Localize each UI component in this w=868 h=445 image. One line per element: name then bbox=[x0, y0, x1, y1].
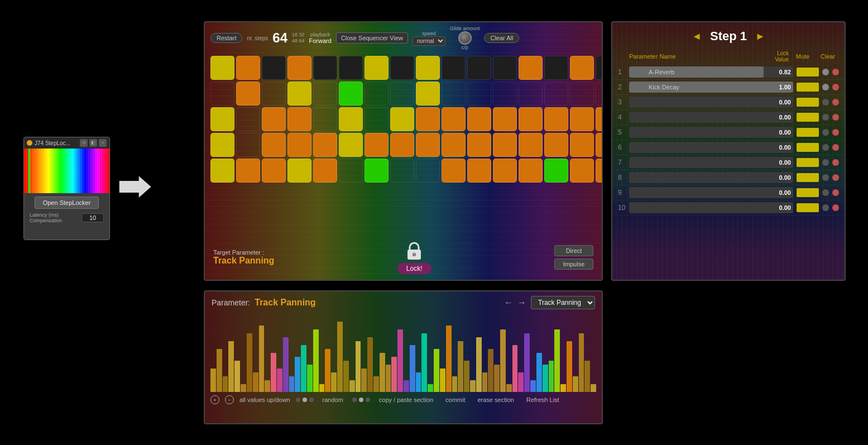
seq-cell[interactable] bbox=[236, 159, 260, 183]
seq-cell[interactable] bbox=[287, 56, 311, 80]
seq-cell[interactable] bbox=[416, 107, 440, 131]
seq-cell[interactable] bbox=[236, 133, 260, 157]
seq-cell[interactable] bbox=[416, 133, 440, 157]
seq-cell[interactable] bbox=[570, 159, 594, 183]
param-bar-55[interactable] bbox=[543, 365, 548, 392]
step-row-lock-btn[interactable] bbox=[797, 128, 819, 137]
seq-cell[interactable] bbox=[313, 133, 337, 157]
seq-cell[interactable] bbox=[519, 56, 543, 80]
step-row-clear-dot[interactable] bbox=[832, 69, 839, 75]
step-row-lock-btn[interactable] bbox=[797, 203, 819, 212]
seq-cell[interactable] bbox=[493, 159, 517, 183]
param-bar-17[interactable] bbox=[313, 329, 319, 392]
seq-cell[interactable] bbox=[339, 107, 363, 131]
param-bar-25[interactable] bbox=[361, 369, 367, 392]
step-row-clear-dot[interactable] bbox=[832, 174, 839, 181]
step-row-lock-btn[interactable] bbox=[797, 98, 819, 107]
param-bar-14[interactable] bbox=[295, 357, 300, 392]
param-bar-7[interactable] bbox=[253, 372, 258, 392]
seq-cell[interactable] bbox=[570, 107, 594, 131]
param-select[interactable]: Track Panning bbox=[531, 296, 595, 309]
plugin-icon-2[interactable]: ◧ bbox=[89, 139, 97, 147]
step-row-lock-btn[interactable] bbox=[797, 188, 819, 197]
seq-cell[interactable] bbox=[416, 159, 440, 183]
param-bar-42[interactable] bbox=[464, 361, 469, 392]
seq-cell[interactable] bbox=[210, 56, 234, 80]
param-bar-4[interactable] bbox=[234, 361, 240, 392]
param-bar-36[interactable] bbox=[428, 384, 433, 392]
seq-cell[interactable] bbox=[570, 133, 594, 157]
step-row-mute-dot[interactable] bbox=[822, 99, 829, 106]
seq-cell[interactable] bbox=[493, 82, 517, 106]
param-bar-0[interactable] bbox=[210, 369, 216, 392]
param-bar-3[interactable] bbox=[228, 341, 234, 392]
lock-button[interactable]: Lock! bbox=[397, 263, 431, 274]
seq-cell[interactable] bbox=[262, 133, 286, 157]
step-row-clear-dot[interactable] bbox=[832, 129, 839, 136]
step-row-mute-dot[interactable] bbox=[822, 174, 829, 181]
step-row-clear-dot[interactable] bbox=[832, 189, 839, 196]
seq-cell[interactable] bbox=[442, 107, 466, 131]
param-bar-28[interactable] bbox=[380, 353, 385, 392]
seq-cell[interactable] bbox=[519, 159, 543, 183]
seq-cell[interactable] bbox=[442, 159, 466, 183]
close-sequencer-button[interactable]: Close Sequencer View bbox=[336, 32, 408, 44]
param-bar-54[interactable] bbox=[536, 353, 542, 392]
direct-button[interactable]: Direct bbox=[554, 245, 593, 256]
seq-cell[interactable] bbox=[596, 107, 603, 131]
plus-button[interactable]: + bbox=[210, 395, 219, 404]
step-row-lock-btn[interactable] bbox=[797, 173, 819, 182]
step-row-bar[interactable]: 0.00 bbox=[629, 142, 793, 153]
param-bar-60[interactable] bbox=[573, 376, 578, 392]
seq-cell[interactable] bbox=[365, 133, 389, 157]
param-bar-43[interactable] bbox=[470, 380, 476, 392]
seq-cell[interactable] bbox=[467, 107, 491, 131]
random-button[interactable]: random bbox=[319, 395, 347, 404]
step-row-bar[interactable]: 0.00 bbox=[629, 187, 793, 198]
param-bar-23[interactable] bbox=[349, 380, 355, 392]
step-row-bar[interactable]: 0.00 bbox=[629, 157, 793, 168]
param-bar-18[interactable] bbox=[319, 384, 325, 392]
step-row-clear-dot[interactable] bbox=[832, 144, 839, 151]
seq-cell[interactable] bbox=[544, 107, 568, 131]
param-bar-58[interactable] bbox=[560, 384, 566, 392]
step-row-clear-dot[interactable] bbox=[832, 99, 839, 106]
step-row-clear-dot[interactable] bbox=[832, 204, 839, 211]
seq-cell[interactable] bbox=[210, 107, 234, 131]
seq-cell[interactable] bbox=[493, 107, 517, 131]
seq-cell[interactable] bbox=[544, 159, 568, 183]
seq-cell[interactable] bbox=[570, 56, 594, 80]
seq-cell[interactable] bbox=[262, 82, 286, 106]
plugin-icon-1[interactable]: ⊙ bbox=[80, 139, 88, 147]
minus-button[interactable]: − bbox=[225, 395, 234, 404]
speed-select[interactable]: normal bbox=[413, 36, 445, 46]
seq-cell[interactable] bbox=[544, 56, 568, 80]
step-row-mute-dot[interactable] bbox=[822, 204, 829, 211]
param-bar-45[interactable] bbox=[482, 372, 488, 392]
seq-cell[interactable] bbox=[313, 82, 337, 106]
step-row-mute-dot[interactable] bbox=[822, 189, 829, 196]
param-bar-1[interactable] bbox=[217, 349, 222, 392]
step-row-lock-btn[interactable] bbox=[797, 83, 819, 92]
param-bar-6[interactable] bbox=[247, 333, 252, 392]
seq-cell[interactable] bbox=[467, 133, 491, 157]
param-bar-32[interactable] bbox=[404, 380, 409, 392]
param-bar-12[interactable] bbox=[283, 337, 289, 392]
param-bar-31[interactable] bbox=[397, 329, 403, 392]
param-bar-62[interactable] bbox=[584, 361, 590, 392]
seq-cell[interactable] bbox=[596, 82, 603, 106]
seq-cell[interactable] bbox=[262, 56, 286, 80]
seq-cell[interactable] bbox=[596, 159, 603, 183]
seq-cell[interactable] bbox=[339, 159, 363, 183]
step-row-bar[interactable]: 0.00 bbox=[629, 127, 793, 138]
seq-cell[interactable] bbox=[390, 56, 414, 80]
param-bar-15[interactable] bbox=[301, 345, 306, 392]
param-bar-30[interactable] bbox=[391, 357, 397, 392]
seq-cell[interactable] bbox=[236, 56, 260, 80]
open-stepLocker-button[interactable]: Open StepLocker bbox=[35, 197, 99, 209]
plugin-icon-3[interactable]: × bbox=[99, 139, 107, 147]
param-bar-26[interactable] bbox=[367, 337, 373, 392]
param-bar-21[interactable] bbox=[337, 322, 343, 392]
seq-cell[interactable] bbox=[287, 107, 311, 131]
step-row-clear-dot[interactable] bbox=[832, 84, 839, 90]
